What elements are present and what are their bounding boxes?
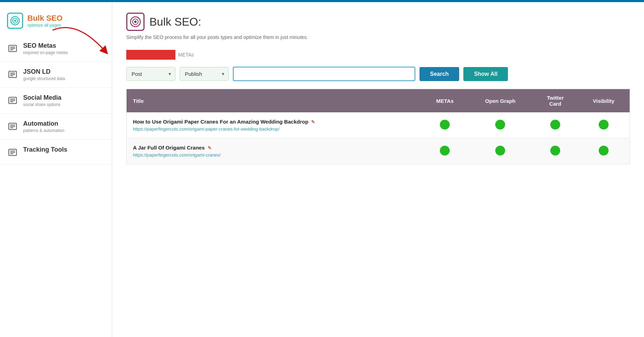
col-metas: METAs [422,89,468,113]
header-target-icon [129,16,141,28]
sidebar-item-seo-metas-text: SEO Metas required on-page metas [23,42,68,55]
col-visibility: Visibility [578,89,630,113]
sidebar-logo-subtitle: optimize all pages [27,23,62,28]
sidebar-item-seo-metas[interactable]: SEO Metas required on-page metas [0,36,112,62]
green-dot-vis-2 [599,146,609,156]
post-twitter-card-1 [533,112,577,138]
main-content: Bulk SEO: Simplify the SEO process for a… [112,2,644,337]
green-dot-tc-1 [550,120,560,130]
page-header: Bulk SEO: [126,13,630,31]
sidebar-item-json-ld[interactable]: JSON LD google structured data [0,62,112,88]
search-input[interactable] [233,67,415,81]
sidebar-item-social-media[interactable]: Social Media social share options [0,88,112,114]
json-ld-icon [7,69,18,80]
post-type-select[interactable]: Post Page [126,67,175,81]
post-visibility-1 [578,112,630,138]
meta-bar: METAs [126,50,630,60]
edit-icon-1[interactable]: ✎ [311,119,315,125]
table-row: How to Use Origami Paper Cranes For an A… [127,112,630,138]
sidebar-item-tracking-tools-text: Tracking Tools [23,146,67,154]
post-metas-2 [422,138,468,164]
post-title-cell: A Jar Full Of Origami Cranes ✎ https://p… [127,138,422,164]
meta-tab-active[interactable] [126,50,175,60]
sidebar-item-json-ld-subtitle: google structured data [23,76,65,81]
table-row: A Jar Full Of Origami Cranes ✎ https://p… [127,138,630,164]
table-header-row: Title METAs Open Graph TwitterCard Visib… [127,89,630,113]
automation-icon [7,121,18,132]
green-dot-tc-2 [550,146,560,156]
sidebar-item-seo-metas-title: SEO Metas [23,42,68,49]
sidebar-item-json-ld-text: JSON LD google structured data [23,68,65,81]
edit-icon-2[interactable]: ✎ [208,145,212,151]
col-title: Title [127,89,422,113]
filter-row: Post Page ▼ Publish Draft ▼ Search Show … [126,67,630,81]
green-dot-og-2 [495,146,505,156]
post-twitter-card-2 [533,138,577,164]
tracking-tools-icon [7,147,18,158]
seo-metas-icon [7,43,18,54]
sidebar-item-tracking-tools[interactable]: Tracking Tools [0,140,112,165]
status-select-wrapper: Publish Draft ▼ [180,67,229,81]
post-open-graph-2 [468,138,533,164]
show-all-button[interactable]: Show All [463,67,508,81]
seo-table: Title METAs Open Graph TwitterCard Visib… [126,89,630,164]
post-open-graph-1 [468,112,533,138]
green-dot-og-1 [495,120,505,130]
sidebar-item-automation-title: Automation [23,120,64,127]
page-header-icon [126,13,145,31]
green-dot-vis-1 [599,120,609,130]
post-metas-1 [422,112,468,138]
green-dot-metas-1 [440,120,450,130]
green-dot-metas-2 [440,146,450,156]
page-description: Simplify the SEO process for all your po… [126,34,630,40]
sidebar-item-seo-metas-subtitle: required on-page metas [23,50,68,55]
target-icon [10,16,20,26]
post-title-2: A Jar Full Of Origami Cranes ✎ [133,145,416,151]
sidebar: Bulk SEO optimize all pages [0,2,112,337]
status-select[interactable]: Publish Draft [180,67,229,81]
post-visibility-2 [578,138,630,164]
sidebar-logo-title: Bulk SEO [27,14,62,23]
sidebar-item-automation-subtitle: patterns & automation [23,128,64,133]
page-title: Bulk SEO: [149,15,201,28]
post-title-1: How to Use Origami Paper Cranes For an A… [133,119,416,125]
svg-point-25 [134,21,137,23]
sidebar-item-automation-text: Automation patterns & automation [23,120,64,133]
sidebar-item-tracking-tools-title: Tracking Tools [23,146,67,153]
col-open-graph: Open Graph [468,89,533,113]
sidebar-logo-text: Bulk SEO optimize all pages [27,14,62,28]
col-twitter-card: TwitterCard [533,89,577,113]
post-url-2[interactable]: https://paperfingercuts.com/origami-cran… [133,152,221,158]
post-url-1[interactable]: https://paperfingercuts.com/origami-pape… [133,126,280,132]
sidebar-item-social-media-title: Social Media [23,94,61,101]
svg-point-2 [14,20,16,22]
search-button[interactable]: Search [420,67,459,81]
table-body: How to Use Origami Paper Cranes For an A… [127,112,630,164]
sidebar-item-json-ld-title: JSON LD [23,68,65,75]
sidebar-item-social-media-text: Social Media social share options [23,94,61,107]
meta-label: METAs [178,52,194,58]
sidebar-item-social-media-subtitle: social share options [23,102,61,107]
bulk-seo-logo-icon [7,13,23,29]
post-title-cell: How to Use Origami Paper Cranes For an A… [127,112,422,138]
sidebar-item-automation[interactable]: Automation patterns & automation [0,114,112,140]
social-media-icon [7,95,18,106]
post-type-select-wrapper: Post Page ▼ [126,67,175,81]
sidebar-logo[interactable]: Bulk SEO optimize all pages [0,9,112,36]
